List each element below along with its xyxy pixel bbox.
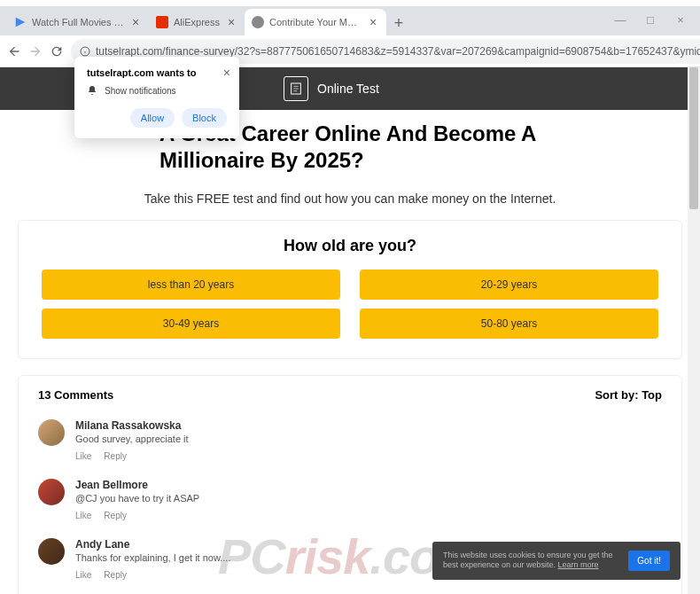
comments-count: 13 Comments <box>38 388 113 402</box>
site-info-icon[interactable] <box>80 46 90 57</box>
allow-button[interactable]: Allow <box>130 108 175 128</box>
close-window-button[interactable]: × <box>672 11 689 28</box>
avatar <box>38 538 65 565</box>
comment-item: Omar Hashmi This is unbelievable... Like… <box>38 590 662 594</box>
survey-question: How old are you? <box>42 237 658 255</box>
comment-author: Jean Bellmore <box>75 479 662 491</box>
comment-item: Jean Bellmore @CJ you have to try it ASA… <box>38 472 662 531</box>
tab-title: AliExpress <box>174 17 220 27</box>
option-20-29[interactable]: 20-29 years <box>360 270 658 300</box>
learn-more-link[interactable]: Learn more <box>558 560 599 569</box>
minimize-button[interactable]: — <box>611 11 629 28</box>
reply-link[interactable]: Reply <box>104 570 127 580</box>
tab-strip: Watch Full Movies Online Free × AliExpre… <box>0 7 700 35</box>
tab-movies[interactable]: Watch Full Movies Online Free × <box>7 9 149 35</box>
notification-message: Show notifications <box>105 86 176 96</box>
cookie-banner: This website uses cookies to ensure you … <box>432 542 681 580</box>
page-viewport: Online Test A Great Career Online And Be… <box>0 67 700 594</box>
avatar <box>38 479 65 505</box>
tab-title: Contribute Your Money Manag <box>269 17 362 27</box>
block-button[interactable]: Block <box>182 108 227 128</box>
close-icon[interactable]: × <box>223 66 230 80</box>
option-30-49[interactable]: 30-49 years <box>42 309 340 339</box>
tab-title: Watch Full Movies Online Free <box>32 17 124 27</box>
url-text: tutselrapt.com/finance-survey/32?s=88777… <box>96 45 700 58</box>
bell-icon <box>87 85 97 96</box>
comment-item: Milana Rassakowska Good survey, apprecia… <box>38 412 662 472</box>
avatar <box>38 419 65 446</box>
option-50-80[interactable]: 50-80 years <box>360 309 658 339</box>
play-icon <box>14 16 27 28</box>
like-link[interactable]: Like <box>75 511 91 520</box>
test-icon <box>284 76 308 101</box>
page-subtitle: Take this FREE test and find out how you… <box>18 191 682 206</box>
tab-contribute[interactable]: Contribute Your Money Manag × <box>245 9 386 35</box>
close-icon[interactable]: × <box>129 16 142 28</box>
notification-permission-popup: × tutselrapt.com wants to Show notificat… <box>74 57 239 138</box>
like-link[interactable]: Like <box>75 570 91 580</box>
new-tab-button[interactable]: + <box>386 11 411 35</box>
forward-button[interactable] <box>28 41 43 62</box>
comment-text: Good survey, appreciate it <box>75 434 662 444</box>
cookie-text: This website uses cookies to ensure you … <box>443 551 619 571</box>
globe-icon <box>252 16 264 28</box>
reply-link[interactable]: Reply <box>104 511 127 520</box>
reload-button[interactable] <box>50 41 64 62</box>
cookie-accept-button[interactable]: Got it! <box>628 551 670 571</box>
notification-site: tutselrapt.com wants to <box>87 67 227 78</box>
option-less-than-20[interactable]: less than 20 years <box>42 270 340 300</box>
comment-text: @CJ you have to try it ASAP <box>75 493 662 504</box>
like-link[interactable]: Like <box>75 451 91 461</box>
back-button[interactable] <box>7 41 21 62</box>
header-title: Online Test <box>317 82 379 96</box>
tab-aliexpress[interactable]: AliExpress × <box>149 9 245 35</box>
maximize-button[interactable]: □ <box>642 11 659 28</box>
scrollbar[interactable] <box>688 67 700 594</box>
comment-author: Milana Rassakowska <box>75 419 662 432</box>
comments-sort[interactable]: Sort by: Top <box>595 388 662 402</box>
reply-link[interactable]: Reply <box>104 451 127 461</box>
survey-card: How old are you? less than 20 years 20-2… <box>18 220 682 359</box>
close-icon[interactable]: × <box>367 16 379 28</box>
aliexpress-icon <box>156 16 168 28</box>
close-icon[interactable]: × <box>225 16 237 28</box>
